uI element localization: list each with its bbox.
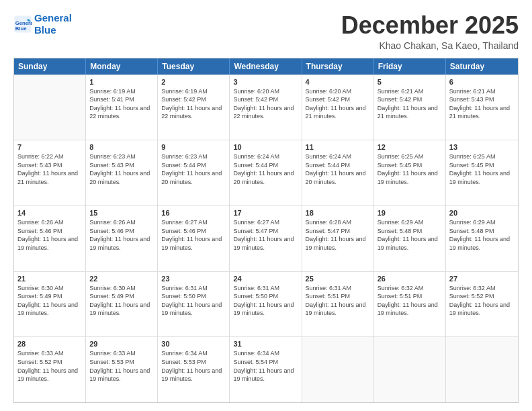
day-number: 27 xyxy=(449,275,515,283)
month-title: December 2025 xyxy=(341,12,519,39)
cal-cell: 17Sunrise: 6:27 AMSunset: 5:47 PMDayligh… xyxy=(230,206,302,271)
cal-cell: 27Sunrise: 6:32 AMSunset: 5:52 PMDayligh… xyxy=(446,272,518,337)
day-info: Sunrise: 6:25 AMSunset: 5:45 PMDaylight:… xyxy=(378,152,442,186)
cal-cell: 28Sunrise: 6:33 AMSunset: 5:52 PMDayligh… xyxy=(14,337,86,402)
day-info: Sunrise: 6:31 AMSunset: 5:50 PMDaylight:… xyxy=(233,284,298,318)
cal-cell: 10Sunrise: 6:24 AMSunset: 5:44 PMDayligh… xyxy=(230,140,302,205)
day-number: 4 xyxy=(306,78,370,86)
svg-text:Blue: Blue xyxy=(15,26,27,32)
day-info: Sunrise: 6:20 AMSunset: 5:42 PMDaylight:… xyxy=(306,87,370,121)
day-info: Sunrise: 6:33 AMSunset: 5:52 PMDaylight:… xyxy=(17,349,82,383)
title-block: December 2025 Khao Chakan, Sa Kaeo, Thai… xyxy=(341,12,519,51)
cal-cell: 13Sunrise: 6:25 AMSunset: 5:45 PMDayligh… xyxy=(446,140,518,205)
day-number: 21 xyxy=(17,275,82,283)
day-info: Sunrise: 6:27 AMSunset: 5:46 PMDaylight:… xyxy=(161,218,226,252)
day-info: Sunrise: 6:22 AMSunset: 5:43 PMDaylight:… xyxy=(17,152,82,186)
day-info: Sunrise: 6:34 AMSunset: 5:54 PMDaylight:… xyxy=(233,349,298,383)
day-number: 2 xyxy=(161,78,226,86)
cal-cell: 2Sunrise: 6:19 AMSunset: 5:42 PMDaylight… xyxy=(158,75,230,140)
day-info: Sunrise: 6:29 AMSunset: 5:48 PMDaylight:… xyxy=(378,218,442,252)
header: General Blue General Blue December 2025 … xyxy=(13,12,519,51)
cal-cell: 8Sunrise: 6:23 AMSunset: 5:43 PMDaylight… xyxy=(86,140,158,205)
day-number: 30 xyxy=(161,340,226,348)
day-info: Sunrise: 6:28 AMSunset: 5:47 PMDaylight:… xyxy=(306,218,370,252)
cal-cell: 21Sunrise: 6:30 AMSunset: 5:49 PMDayligh… xyxy=(14,272,86,337)
day-number: 18 xyxy=(306,209,370,217)
day-info: Sunrise: 6:30 AMSunset: 5:49 PMDaylight:… xyxy=(89,284,154,318)
day-number: 15 xyxy=(89,209,154,217)
day-info: Sunrise: 6:26 AMSunset: 5:46 PMDaylight:… xyxy=(89,218,154,252)
day-info: Sunrise: 6:31 AMSunset: 5:51 PMDaylight:… xyxy=(306,284,370,318)
day-number: 7 xyxy=(17,143,82,151)
day-info: Sunrise: 6:23 AMSunset: 5:43 PMDaylight:… xyxy=(89,152,154,186)
cal-cell: 1Sunrise: 6:19 AMSunset: 5:41 PMDaylight… xyxy=(86,75,158,140)
cal-cell: 15Sunrise: 6:26 AMSunset: 5:46 PMDayligh… xyxy=(86,206,158,271)
cal-cell: 22Sunrise: 6:30 AMSunset: 5:49 PMDayligh… xyxy=(86,272,158,337)
day-info: Sunrise: 6:20 AMSunset: 5:42 PMDaylight:… xyxy=(233,87,298,121)
cal-cell: 31Sunrise: 6:34 AMSunset: 5:54 PMDayligh… xyxy=(230,337,302,402)
day-info: Sunrise: 6:30 AMSunset: 5:49 PMDaylight:… xyxy=(17,284,82,318)
cal-cell: 5Sunrise: 6:21 AMSunset: 5:42 PMDaylight… xyxy=(374,75,446,140)
cal-cell xyxy=(14,75,86,140)
day-info: Sunrise: 6:27 AMSunset: 5:47 PMDaylight:… xyxy=(233,218,298,252)
calendar-body: 1Sunrise: 6:19 AMSunset: 5:41 PMDaylight… xyxy=(14,75,518,402)
cal-cell: 24Sunrise: 6:31 AMSunset: 5:50 PMDayligh… xyxy=(230,272,302,337)
day-info: Sunrise: 6:32 AMSunset: 5:52 PMDaylight:… xyxy=(449,284,515,318)
cal-cell: 29Sunrise: 6:33 AMSunset: 5:53 PMDayligh… xyxy=(86,337,158,402)
cal-cell: 26Sunrise: 6:32 AMSunset: 5:51 PMDayligh… xyxy=(374,272,446,337)
cal-cell: 6Sunrise: 6:21 AMSunset: 5:43 PMDaylight… xyxy=(446,75,518,140)
cal-cell: 12Sunrise: 6:25 AMSunset: 5:45 PMDayligh… xyxy=(374,140,446,205)
day-number: 16 xyxy=(161,209,226,217)
day-number: 8 xyxy=(89,143,154,151)
day-number: 17 xyxy=(233,209,298,217)
cal-cell: 16Sunrise: 6:27 AMSunset: 5:46 PMDayligh… xyxy=(158,206,230,271)
cal-cell: 4Sunrise: 6:20 AMSunset: 5:42 PMDaylight… xyxy=(302,75,374,140)
day-of-week-wednesday: Wednesday xyxy=(230,58,302,75)
day-of-week-tuesday: Tuesday xyxy=(158,58,230,75)
day-info: Sunrise: 6:26 AMSunset: 5:46 PMDaylight:… xyxy=(17,218,82,252)
day-info: Sunrise: 6:24 AMSunset: 5:44 PMDaylight:… xyxy=(233,152,298,186)
logo-text: General Blue xyxy=(34,12,72,36)
cal-cell: 18Sunrise: 6:28 AMSunset: 5:47 PMDayligh… xyxy=(302,206,374,271)
cal-cell: 19Sunrise: 6:29 AMSunset: 5:48 PMDayligh… xyxy=(374,206,446,271)
day-number: 3 xyxy=(233,78,298,86)
day-info: Sunrise: 6:21 AMSunset: 5:43 PMDaylight:… xyxy=(449,87,515,121)
day-info: Sunrise: 6:19 AMSunset: 5:41 PMDaylight:… xyxy=(89,87,154,121)
cal-cell: 7Sunrise: 6:22 AMSunset: 5:43 PMDaylight… xyxy=(14,140,86,205)
day-info: Sunrise: 6:31 AMSunset: 5:50 PMDaylight:… xyxy=(161,284,226,318)
day-number: 31 xyxy=(233,340,298,348)
day-info: Sunrise: 6:33 AMSunset: 5:53 PMDaylight:… xyxy=(89,349,154,383)
day-info: Sunrise: 6:25 AMSunset: 5:45 PMDaylight:… xyxy=(449,152,515,186)
day-number: 10 xyxy=(233,143,298,151)
cal-cell: 14Sunrise: 6:26 AMSunset: 5:46 PMDayligh… xyxy=(14,206,86,271)
day-number: 26 xyxy=(378,275,442,283)
logo: General Blue General Blue xyxy=(13,12,72,36)
cal-cell: 11Sunrise: 6:24 AMSunset: 5:44 PMDayligh… xyxy=(302,140,374,205)
cal-row-2: 14Sunrise: 6:26 AMSunset: 5:46 PMDayligh… xyxy=(14,205,518,271)
day-number: 28 xyxy=(17,340,82,348)
cal-row-4: 28Sunrise: 6:33 AMSunset: 5:52 PMDayligh… xyxy=(14,336,518,402)
calendar-header: SundayMondayTuesdayWednesdayThursdayFrid… xyxy=(14,58,518,75)
cal-cell: 25Sunrise: 6:31 AMSunset: 5:51 PMDayligh… xyxy=(302,272,374,337)
day-number: 5 xyxy=(378,78,442,86)
day-number: 19 xyxy=(378,209,442,217)
day-info: Sunrise: 6:19 AMSunset: 5:42 PMDaylight:… xyxy=(161,87,226,121)
day-number: 14 xyxy=(17,209,82,217)
day-number: 20 xyxy=(449,209,515,217)
day-number: 12 xyxy=(378,143,442,151)
day-of-week-friday: Friday xyxy=(374,58,446,75)
day-number: 29 xyxy=(89,340,154,348)
cal-cell: 23Sunrise: 6:31 AMSunset: 5:50 PMDayligh… xyxy=(158,272,230,337)
logo-icon: General Blue xyxy=(13,15,32,34)
day-number: 6 xyxy=(449,78,515,86)
cal-cell: 9Sunrise: 6:23 AMSunset: 5:44 PMDaylight… xyxy=(158,140,230,205)
day-info: Sunrise: 6:29 AMSunset: 5:48 PMDaylight:… xyxy=(449,218,515,252)
day-number: 24 xyxy=(233,275,298,283)
cal-cell xyxy=(374,337,446,402)
day-number: 13 xyxy=(449,143,515,151)
day-number: 9 xyxy=(161,143,226,151)
day-info: Sunrise: 6:21 AMSunset: 5:42 PMDaylight:… xyxy=(378,87,442,121)
cal-row-3: 21Sunrise: 6:30 AMSunset: 5:49 PMDayligh… xyxy=(14,271,518,337)
day-number: 25 xyxy=(306,275,370,283)
cal-cell xyxy=(446,337,518,402)
